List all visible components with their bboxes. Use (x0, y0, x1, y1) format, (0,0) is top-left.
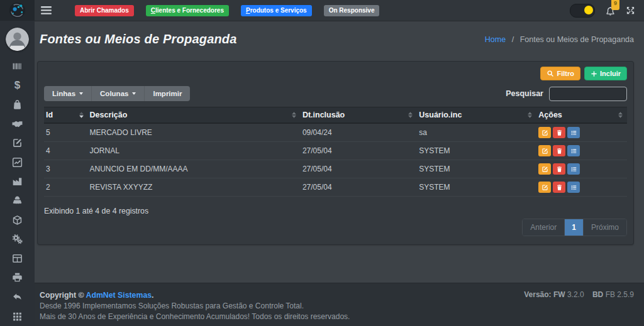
nav-button-produtos-servicos[interactable]: Produtos e Serviços (241, 5, 312, 16)
sidebar-item-configuracoes[interactable] (0, 229, 35, 249)
sidebar-item-compras[interactable] (0, 95, 35, 114)
list-icon (570, 148, 577, 155)
trash-icon (556, 129, 563, 136)
sidebar-item-barcode[interactable] (0, 57, 35, 76)
edit-button[interactable] (538, 163, 551, 175)
footer-line3: Mais de 30 Anos de Experiência e Conheci… (40, 312, 350, 322)
sidebar-item-parceiros[interactable] (0, 114, 35, 134)
nav-button-label: lientes e Fornecedores (155, 7, 224, 14)
nav-button-label: On Responsive (329, 7, 375, 14)
edit-button[interactable] (538, 182, 551, 193)
cell-descricao: REVISTA XXYYZZ (88, 178, 301, 197)
list-icon (570, 129, 577, 136)
delete-button[interactable] (553, 182, 565, 193)
imprimir-label: Imprimir (153, 90, 182, 97)
menu-toggle-button[interactable] (41, 6, 52, 14)
sidebar-item-impressao[interactable] (0, 268, 35, 288)
copyright-text: Copyright © (40, 291, 86, 300)
sidebar-item-relatorios[interactable] (0, 153, 35, 172)
theme-toggle[interactable] (570, 4, 595, 18)
breadcrumb: Home / Fontes ou Meios de Propaganda (485, 35, 634, 44)
cogs-icon (12, 234, 23, 244)
table-row: 2 REVISTA XXYYZZ 27/05/04 SYSTEM (44, 178, 627, 197)
sidebar-item-producao[interactable] (0, 172, 35, 192)
sidebar-item-cadastro[interactable] (0, 133, 35, 153)
column-label: Descrição (90, 111, 128, 119)
sidebar-item-voltar[interactable] (0, 287, 35, 307)
nav-button-label: rodutos e Serviços (250, 7, 307, 14)
sidebar-item-modulos[interactable] (0, 307, 35, 326)
card-actions: Filtro Incluir (44, 67, 627, 80)
next-page-button[interactable]: Próximo (583, 219, 626, 236)
incluir-button[interactable]: Incluir (584, 67, 627, 80)
edit-button[interactable] (538, 127, 551, 138)
filtro-button[interactable]: Filtro (540, 67, 580, 80)
fw-label: FW (553, 290, 565, 299)
sidebar-item-financeiro[interactable]: $ (0, 76, 35, 95)
cell-descricao: ANUNCIO EM DD/MM/AAAA (88, 160, 301, 178)
detail-button[interactable] (567, 163, 580, 175)
breadcrumb-home-link[interactable]: Home (485, 35, 506, 44)
colunas-dropdown[interactable]: Colunas (91, 86, 144, 101)
nav-button-on-responsive[interactable]: On Responsive (324, 5, 380, 16)
nav-button-label-accesskey: C (151, 7, 155, 14)
detail-button[interactable] (567, 127, 580, 138)
topbar: Abrir Chamados Clientes e Fornecedores P… (35, 0, 644, 21)
user-avatar[interactable] (6, 28, 29, 51)
main-area: Abrir Chamados Clientes e Fornecedores P… (35, 0, 644, 326)
column-header-acoes[interactable]: Ações (536, 107, 627, 124)
detail-button[interactable] (567, 145, 580, 156)
sidebar-item-tabelas[interactable] (0, 249, 35, 268)
cell-dt-inclusao: 27/05/04 (301, 142, 417, 160)
nav-button-clientes-fornecedores[interactable]: Clientes e Fornecedores (146, 5, 229, 16)
avatar-photo (6, 28, 29, 51)
cell-id: 2 (44, 178, 88, 197)
pagination-area: Anterior 1 Próximo (44, 219, 627, 236)
sort-icon (408, 111, 413, 119)
column-header-id[interactable]: Id (44, 107, 88, 124)
sidebar-item-estoque[interactable] (0, 210, 35, 230)
topbar-right-controls: 9 (570, 4, 635, 18)
linhas-dropdown[interactable]: Linhas (44, 86, 91, 101)
linhas-label: Linhas (52, 90, 75, 97)
list-icon (570, 184, 577, 191)
delete-button[interactable] (553, 163, 565, 175)
imprimir-button[interactable]: Imprimir (144, 86, 190, 101)
breadcrumb-separator: / (512, 35, 514, 44)
cell-usuario-inc: SYSTEM (417, 160, 536, 178)
notifications-button[interactable]: 9 (605, 6, 616, 17)
column-header-dt-inclusao[interactable]: Dt.inclusão (301, 107, 417, 124)
version-info: Versão: FW 3.2.0 BD FB 2.5.9 (524, 290, 634, 326)
sidebar-item-expedicao[interactable] (0, 191, 35, 210)
current-page-button[interactable]: 1 (564, 219, 583, 236)
detail-button[interactable] (567, 182, 580, 193)
bd-label: BD (592, 290, 603, 299)
chart-line-icon (12, 157, 23, 168)
delete-button[interactable] (553, 127, 565, 138)
edit-button[interactable] (538, 145, 551, 156)
cell-dt-inclusao: 27/05/04 (301, 178, 417, 197)
search-input[interactable] (549, 87, 627, 101)
nav-button-label-accesskey: P (246, 7, 250, 14)
delete-button[interactable] (553, 145, 565, 156)
trash-icon (556, 148, 563, 155)
edit-icon (541, 166, 548, 173)
table-options-group: Linhas Colunas Imprimir (44, 86, 190, 101)
table-toolbar: Linhas Colunas Imprimir Pesquisar (44, 86, 627, 101)
table-row: 3 ANUNCIO EM DD/MM/AAAA 27/05/04 SYSTEM (44, 160, 627, 178)
barcode-icon (12, 61, 23, 72)
fullscreen-button[interactable] (626, 6, 635, 15)
column-header-usuario-inc[interactable]: Usuário.inc (417, 107, 536, 124)
admnet-link[interactable]: AdmNet Sistemas (86, 291, 152, 300)
app-logo[interactable] (0, 0, 35, 21)
toggle-knob (584, 6, 593, 14)
column-header-descricao[interactable]: Descrição (88, 107, 301, 124)
cell-acoes (536, 142, 627, 160)
previous-page-button[interactable]: Anterior (523, 219, 564, 236)
cube-icon (12, 215, 23, 225)
table-header-row: Id Descrição Dt.inclusão Usuário.inc Açõ… (44, 107, 627, 124)
logo-icon (9, 2, 26, 19)
expand-arrows-icon (626, 6, 635, 15)
nav-button-abrir-chamados[interactable]: Abrir Chamados (75, 5, 134, 16)
cell-acoes (536, 178, 627, 197)
